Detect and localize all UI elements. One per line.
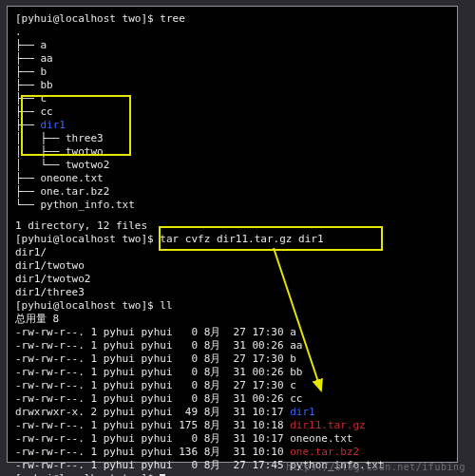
file-listing-row: -rw-rw-r--. 1 pyhui pyhui 0 8月 31 00:26 … xyxy=(15,339,449,352)
terminal-line: 1 directory, 12 files xyxy=(15,219,449,233)
terminal-line: ├── dir1 xyxy=(15,119,449,132)
terminal-line: [pyhui@localhost two]$ xyxy=(15,472,449,476)
terminal-line: ├── a xyxy=(15,39,449,52)
terminal-line: │ ├── twotwo xyxy=(15,145,449,159)
file-listing-row: -rw-rw-r--. 1 pyhui pyhui 0 8月 31 10:17 … xyxy=(15,432,449,446)
file-listing-row: -rw-rw-r--. 1 pyhui pyhui 0 8月 27 17:30 … xyxy=(15,326,449,339)
terminal-line: └── python_info.txt xyxy=(15,199,449,212)
terminal-line: │ └── twotwo2 xyxy=(15,159,449,172)
terminal-content: [pyhui@localhost two]$ tree.├── a├── aa├… xyxy=(15,12,449,476)
terminal-line: ├── b xyxy=(15,66,449,79)
file-listing-row: -rw-rw-r--. 1 pyhui pyhui 136 8月 31 10:1… xyxy=(15,446,449,459)
terminal-line: dir1/three3 xyxy=(15,286,449,299)
terminal-line: dir1/twotwo2 xyxy=(15,273,449,286)
terminal-line: │ ├── three3 xyxy=(15,132,449,145)
file-listing-row: -rw-rw-r--. 1 pyhui pyhui 175 8月 31 10:1… xyxy=(15,419,449,432)
file-listing-row: -rw-rw-r--. 1 pyhui pyhui 0 8月 31 00:26 … xyxy=(15,366,449,379)
terminal-line: [pyhui@localhost two]$ ll xyxy=(15,299,449,313)
terminal-line: 总用量 8 xyxy=(15,313,449,326)
file-listing-row: -rw-rw-r--. 1 pyhui pyhui 0 8月 27 17:30 … xyxy=(15,379,449,392)
file-listing-row: -rw-rw-r--. 1 pyhui pyhui 0 8月 31 00:26 … xyxy=(15,392,449,406)
terminal[interactable]: [pyhui@localhost two]$ tree.├── a├── aa├… xyxy=(7,6,458,463)
watermark: https://blog.csdn.net/ifubing xyxy=(286,462,466,472)
file-listing-row: drwxrwxr-x. 2 pyhui pyhui 49 8月 31 10:17… xyxy=(15,406,449,419)
terminal-line: dir1/ xyxy=(15,246,449,259)
terminal-line: ├── cc xyxy=(15,105,449,119)
file-listing-row: -rw-rw-r--. 1 pyhui pyhui 0 8月 27 17:30 … xyxy=(15,352,449,366)
terminal-line: [pyhui@localhost two]$ tree xyxy=(15,12,449,26)
terminal-line: ├── bb xyxy=(15,79,449,92)
terminal-line: [pyhui@localhost two]$ tar cvfz dir11.ta… xyxy=(15,233,449,246)
terminal-line: ├── oneone.txt xyxy=(15,172,449,185)
terminal-line: dir1/twotwo xyxy=(15,259,449,273)
terminal-line: ├── c xyxy=(15,92,449,105)
terminal-line: . xyxy=(15,26,449,39)
terminal-line: ├── one.tar.bz2 xyxy=(15,185,449,199)
terminal-line: ├── aa xyxy=(15,52,449,66)
